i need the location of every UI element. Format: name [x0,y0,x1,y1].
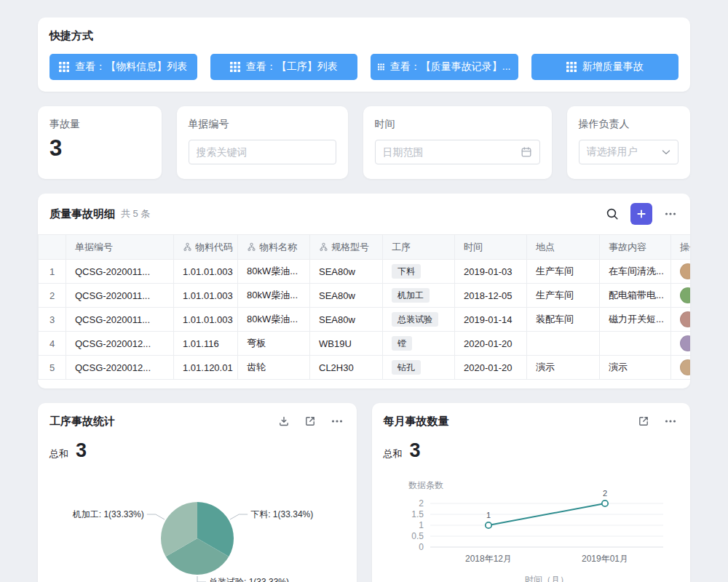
place-cell: 生产车间 [527,284,600,308]
pie-label: 下料: 1(33.34%) [250,509,313,519]
content-cell: 配电箱带电... [600,284,671,308]
more-dots-icon [664,207,677,220]
material-code-cell: 1.01.01.003 [174,284,238,308]
column-header-2: 物料代码 [174,235,238,260]
accident-table-card: 质量事故明细 共 5 条 [38,194,690,388]
doc-no-cell: QCSG-2020011... [66,284,174,308]
pie-more-button[interactable] [329,413,345,429]
shortcut-buttons: 查看：【物料信息】列表查看：【工序】列表查看：【质量事故记录】...新增质量事故 [50,54,678,80]
pie-label: 总装试验: 1(33.33%) [208,577,289,582]
table-scroll-area[interactable]: 单据编号物料代码物料名称规格型号工序时间地点事故内容操作负责人 1QCSG-20… [38,234,690,380]
place-cell: 演示 [527,356,600,380]
operator-select[interactable]: 请选择用户 [579,140,679,164]
date-range-field[interactable] [375,140,540,164]
search-button[interactable] [604,206,620,222]
operator-cell [671,260,691,284]
column-header-label: 物料代码 [195,242,233,252]
open-fullscreen-button[interactable] [636,414,651,428]
column-header-3: 物料名称 [238,235,310,260]
material-code-cell: 1.01.116 [174,332,238,356]
column-header-label: 地点 [536,242,555,252]
process-tag: 镗 [392,336,412,351]
table-row[interactable]: 2QCSG-2020011...1.01.01.00380kW柴油...SEA8… [39,284,691,308]
doc-no-search-input[interactable] [197,146,328,158]
table-row[interactable]: 5QCSG-2020012...1.01.120.01齿轮CL2H30钻孔202… [39,356,691,380]
accident-table: 单据编号物料代码物料名称规格型号工序时间地点事故内容操作负责人 1QCSG-20… [38,234,690,380]
data-point-value: 2 [602,489,606,498]
shortcut-button-2[interactable]: 查看：【质量事故记录】... [371,54,518,80]
x-tick-label: 2018年12月 [464,554,511,564]
date-cell: 2019-01-14 [455,308,527,332]
y-tick-label: 2 [419,498,424,509]
shortcut-button-1[interactable]: 查看：【工序】列表 [210,54,358,80]
column-header-label: 时间 [464,242,483,252]
table-more-button[interactable] [662,206,678,222]
chevron-down-icon [662,150,670,155]
line-total-value: 3 [410,441,421,461]
plus-icon [636,209,646,219]
shortcut-button-3[interactable]: 新增质量事故 [531,54,679,80]
content-cell: 磁力开关短... [600,308,671,332]
operator-label: 操作负责人 [579,118,679,131]
open-in-new-icon [304,415,316,427]
material-name-cell: 80kW柴油... [238,308,310,332]
operator-cell [671,356,691,380]
pie-total-row: 总和 3 [50,441,345,461]
y-tick-label: 0 [419,542,424,552]
pie-leader-line [147,514,165,519]
pie-card-title: 工序事故统计 [50,415,115,428]
column-header-label: 规格型号 [331,242,369,252]
process-cell: 下料 [383,260,455,284]
x-tick-label: 2019年01月 [581,554,628,564]
line-more-button[interactable] [662,413,678,429]
column-header-5: 工序 [383,235,455,260]
material-name-cell: 80kW柴油... [238,260,310,284]
spec-cell: SEA80w [310,308,383,332]
line-card-header: 每月事故数量 [384,413,679,429]
export-button[interactable] [277,414,291,428]
linked-field-icon [183,242,192,252]
date-range-input[interactable] [383,146,515,158]
grid-icon [230,62,240,72]
avatar [680,287,690,303]
process-tag: 总装试验 [392,312,438,327]
doc-no-search-field[interactable] [189,140,336,164]
shortcut-button-label: 查看：【物料信息】列表 [75,60,187,73]
operator-filter-card: 操作负责人 请选择用户 [567,106,691,179]
pie-label: 机加工: 1(33.33%) [72,509,144,519]
operator-select-placeholder: 请选择用户 [587,146,657,159]
download-icon [278,415,290,427]
spec-cell: SEA80w [310,260,383,284]
data-point[interactable] [601,501,607,506]
table-count: 共 5 条 [121,207,150,220]
column-header-8: 事故内容 [600,235,671,260]
avatar [680,263,690,279]
shortcut-button-label: 查看：【质量事故记录】... [390,60,511,73]
row-index-cell: 4 [39,332,66,356]
content-cell: 演示 [600,356,671,380]
linked-field-icon [247,242,256,252]
table-row[interactable]: 4QCSG-2020012...1.01.116弯板WB19U镗2020-01-… [39,332,691,356]
table-actions [604,203,678,225]
filter-cards-row: 事故量 3 单据编号 时间 操作负责人 请选择 [38,106,690,179]
data-point[interactable] [485,522,491,528]
doc-no-cell: QCSG-2020011... [66,260,174,284]
pie-leader-line [230,514,248,519]
table-row[interactable]: 3QCSG-2020011...1.01.01.00380kW柴油...SEA8… [39,308,691,332]
table-row[interactable]: 1QCSG-2020011...1.01.01.00380kW柴油...SEA8… [39,260,691,284]
shortcut-button-0[interactable]: 查看：【物料信息】列表 [50,54,197,80]
open-fullscreen-button[interactable] [303,414,317,428]
process-cell: 镗 [383,332,455,356]
row-index-cell: 1 [39,260,66,284]
column-header-1: 单据编号 [66,235,174,260]
grid-icon [378,62,384,72]
add-record-button[interactable] [630,203,652,225]
place-cell: 生产车间 [527,260,600,284]
time-label: 时间 [375,118,540,131]
more-dots-icon [664,415,677,428]
charts-row: 工序事故统计 [38,403,690,582]
column-header-label: 物料名称 [259,242,297,252]
series-name-label: 数据条数 [408,480,443,490]
spec-cell: WB19U [310,332,383,356]
calendar-icon [521,146,532,158]
